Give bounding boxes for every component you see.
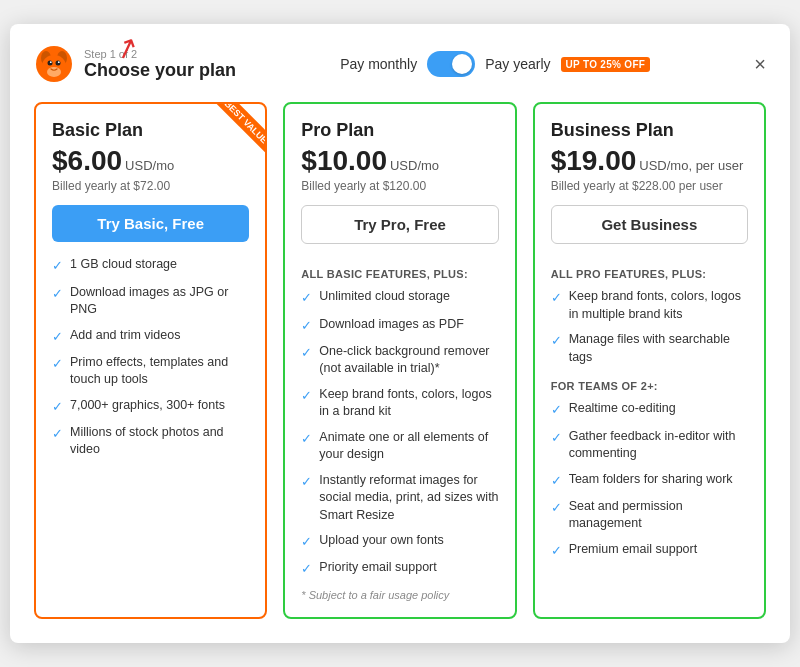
check-icon: ✓ (52, 355, 63, 373)
check-icon: ✓ (551, 542, 562, 560)
best-value-ribbon: BEST VALUE (216, 104, 265, 152)
billing-toggle[interactable] (427, 51, 475, 77)
pricing-modal: ↗ Step 1 of 2 Choose your plan Pa (10, 24, 790, 642)
check-icon: ✓ (551, 499, 562, 517)
check-icon: ✓ (551, 401, 562, 419)
pro-billed: Billed yearly at $120.00 (301, 179, 498, 193)
basic-cta-button[interactable]: Try Basic, Free (52, 205, 249, 242)
pay-yearly-label: Pay yearly (485, 56, 550, 72)
svg-point-7 (50, 62, 52, 64)
svg-point-4 (47, 67, 61, 77)
check-icon: ✓ (301, 387, 312, 405)
business-period: USD/mo, per user (639, 158, 743, 173)
business-plan-card: Business Plan $19.00 USD/mo, per user Bi… (533, 102, 766, 618)
check-icon: ✓ (301, 289, 312, 307)
business-feature-list2: ✓ Realtime co-editing ✓ Gather feedback … (551, 400, 748, 560)
svg-point-6 (56, 61, 61, 66)
basic-plan-card: BEST VALUE Basic Plan $6.00 USD/mo Bille… (34, 102, 267, 618)
pro-price: $10.00 (301, 145, 387, 177)
list-item: ✓ Team folders for sharing work (551, 471, 748, 490)
check-icon: ✓ (301, 317, 312, 335)
list-item: ✓ Gather feedback in-editor with comment… (551, 428, 748, 463)
pro-feature-list: ✓ Unlimited cloud storage ✓ Download ima… (301, 288, 498, 578)
list-item: ✓ Animate one or all elements of your de… (301, 429, 498, 464)
pro-features-title: ALL BASIC FEATURES, PLUS: (301, 268, 498, 280)
best-value-ribbon-container: BEST VALUE (195, 104, 265, 174)
list-item: ✓ Realtime co-editing (551, 400, 748, 419)
check-icon: ✓ (301, 473, 312, 491)
svg-point-5 (48, 61, 53, 66)
list-item: ✓ Primo effects, templates and touch up … (52, 354, 249, 389)
basic-billed: Billed yearly at $72.00 (52, 179, 249, 193)
plans-grid: BEST VALUE Basic Plan $6.00 USD/mo Bille… (34, 102, 766, 618)
step-text: Step 1 of 2 (84, 48, 236, 60)
pro-cta-button[interactable]: Try Pro, Free (301, 205, 498, 244)
check-icon: ✓ (52, 285, 63, 303)
check-icon: ✓ (52, 257, 63, 275)
basic-period: USD/mo (125, 158, 174, 173)
check-icon: ✓ (551, 429, 562, 447)
list-item: ✓ Upload your own fonts (301, 532, 498, 551)
business-price-row: $19.00 USD/mo, per user (551, 145, 748, 177)
list-item: ✓ Millions of stock photos and video (52, 424, 249, 459)
list-item: ✓ Download images as JPG or PNG (52, 284, 249, 319)
check-icon: ✓ (301, 430, 312, 448)
list-item: ✓ 1 GB cloud storage (52, 256, 249, 275)
pro-plan-name: Pro Plan (301, 120, 498, 141)
business-cta-button[interactable]: Get Business (551, 205, 748, 244)
list-item: ✓ One-click background remover (not avai… (301, 343, 498, 378)
list-item: ✓ 7,000+ graphics, 300+ fonts (52, 397, 249, 416)
check-icon: ✓ (52, 328, 63, 346)
list-item: ✓ Premium email support (551, 541, 748, 560)
check-icon: ✓ (301, 560, 312, 578)
check-icon: ✓ (301, 533, 312, 551)
modal-header: Step 1 of 2 Choose your plan Pay monthly… (34, 44, 766, 84)
business-price: $19.00 (551, 145, 637, 177)
check-icon: ✓ (551, 472, 562, 490)
list-item: ✓ Keep brand fonts, colors, logos in a b… (301, 386, 498, 421)
close-button[interactable]: × (754, 54, 766, 74)
list-item: ✓ Instantly reformat images for social m… (301, 472, 498, 525)
list-item: ✓ Priority email support (301, 559, 498, 578)
business-features-title: ALL PRO FEATURES, PLUS: (551, 268, 748, 280)
basic-price: $6.00 (52, 145, 122, 177)
toggle-thumb (452, 54, 472, 74)
business-plan-name: Business Plan (551, 120, 748, 141)
check-icon: ✓ (52, 398, 63, 416)
list-item: ✓ Keep brand fonts, colors, logos in mul… (551, 288, 748, 323)
check-icon: ✓ (301, 344, 312, 362)
pro-price-row: $10.00 USD/mo (301, 145, 498, 177)
fair-usage-note: * Subject to a fair usage policy (301, 589, 498, 601)
svg-point-8 (58, 62, 60, 64)
list-item: ✓ Add and trim videos (52, 327, 249, 346)
business-features-title2: FOR TEAMS OF 2+: (551, 380, 748, 392)
list-item: ✓ Unlimited cloud storage (301, 288, 498, 307)
pro-plan-card: Pro Plan $10.00 USD/mo Billed yearly at … (283, 102, 516, 618)
toggle-track (427, 51, 475, 77)
discount-badge: UP TO 25% OFF (561, 57, 651, 72)
billing-toggle-section: Pay monthly Pay yearly UP TO 25% OFF (340, 51, 650, 77)
pay-monthly-label: Pay monthly (340, 56, 417, 72)
page-title: Choose your plan (84, 60, 236, 81)
list-item: ✓ Manage files with searchable tags (551, 331, 748, 366)
pro-period: USD/mo (390, 158, 439, 173)
list-item: ✓ Download images as PDF (301, 316, 498, 335)
business-billed: Billed yearly at $228.00 per user (551, 179, 748, 193)
list-item: ✓ Seat and permission management (551, 498, 748, 533)
check-icon: ✓ (551, 332, 562, 350)
check-icon: ✓ (551, 289, 562, 307)
business-feature-list: ✓ Keep brand fonts, colors, logos in mul… (551, 288, 748, 366)
check-icon: ✓ (52, 425, 63, 443)
basic-feature-list: ✓ 1 GB cloud storage ✓ Download images a… (52, 256, 249, 459)
monkey-logo (34, 44, 74, 84)
header-title-block: Step 1 of 2 Choose your plan (84, 48, 236, 81)
